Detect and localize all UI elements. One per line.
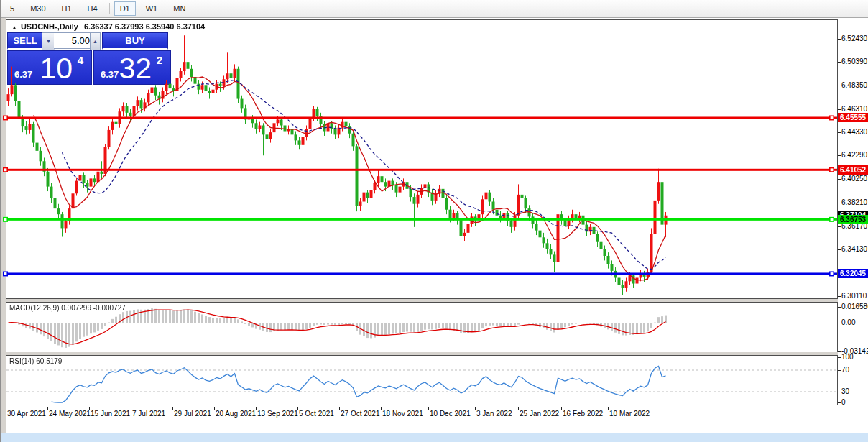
timeframe-button-h4[interactable]: H4 — [82, 1, 103, 16]
rsi-label: RSI(14) 60.5179 — [9, 357, 62, 365]
timeframe-button-h1[interactable]: H1 — [56, 1, 78, 16]
status-strip — [0, 433, 868, 442]
macd-values: 0.007299 -0.000727 — [61, 304, 126, 312]
macd-label: MACD(12,26,9) 0.007299 -0.000727 — [9, 304, 126, 312]
hline-price-badge: 6.32045 — [838, 269, 868, 278]
timeframe-toolbar: 5M30H1H4D1W1MN — [0, 0, 868, 18]
timeframe-button-mn[interactable]: MN — [167, 1, 191, 16]
price-chart-canvas[interactable] — [0, 0, 868, 442]
toolbar-separator — [109, 3, 110, 14]
timeframe-button-w1[interactable]: W1 — [140, 1, 164, 16]
chart-symbol-label: USDCNH-,Daily — [21, 22, 78, 31]
macd-name: MACD(12,26,9) — [9, 304, 59, 312]
timeframe-button-m30[interactable]: M30 — [24, 1, 51, 16]
window-left-edge — [0, 0, 1, 442]
hline-price-badge: 6.45555 — [838, 113, 868, 122]
timeframe-button-5[interactable]: 5 — [4, 1, 20, 16]
timeframe-button-d1[interactable]: D1 — [114, 1, 136, 16]
hline-price-badge: 6.36753 — [838, 215, 868, 224]
chart-ohlc-values: 6.36337 6.37993 6.35940 6.37104 — [84, 22, 205, 31]
chart-title: ▲USDCNH-,Daily6.36337 6.37993 6.35940 6.… — [11, 22, 205, 31]
rsi-name: RSI(14) — [9, 357, 34, 365]
hline-price-badge: 6.41052 — [838, 165, 868, 175]
collapse-arrow-icon[interactable]: ▲ — [11, 24, 17, 31]
rsi-value: 60.5179 — [36, 357, 62, 365]
